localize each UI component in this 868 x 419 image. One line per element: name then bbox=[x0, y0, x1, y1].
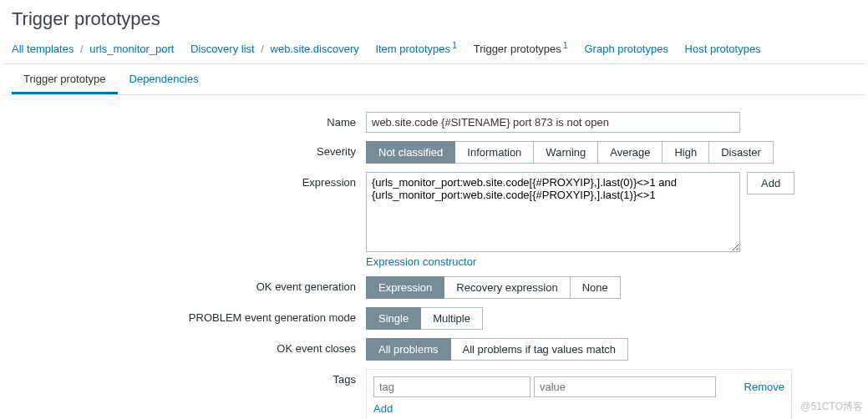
problem-mode-label: PROBLEM event generation mode bbox=[15, 307, 366, 324]
ok-event-gen-group: Expression Recovery expression None bbox=[366, 276, 621, 299]
tag-add-link[interactable]: Add bbox=[373, 402, 393, 415]
breadcrumb-discovery-list[interactable]: Discovery list bbox=[190, 43, 255, 55]
ok-event-closes-all[interactable]: All problems bbox=[366, 338, 451, 361]
breadcrumb-trigger-prototypes: Trigger prototypes bbox=[474, 43, 561, 55]
expression-textarea[interactable] bbox=[366, 172, 740, 252]
trigger-proto-count: 1 bbox=[563, 40, 568, 50]
tags-label: Tags bbox=[15, 369, 366, 386]
tag-row: Remove bbox=[373, 376, 784, 397]
problem-mode-single[interactable]: Single bbox=[366, 307, 421, 330]
problem-mode-multiple[interactable]: Multiple bbox=[421, 307, 483, 330]
page-title: Trigger prototypes bbox=[0, 0, 868, 37]
expression-add-button[interactable]: Add bbox=[747, 172, 794, 194]
ok-event-closes-tag[interactable]: All problems if tag values match bbox=[451, 338, 629, 361]
breadcrumb-template[interactable]: urls_monitor_port bbox=[89, 43, 174, 55]
severity-high[interactable]: High bbox=[662, 141, 709, 164]
breadcrumb: All templates / urls_monitor_port Discov… bbox=[0, 37, 868, 63]
ok-event-closes-group: All problems All problems if tag values … bbox=[366, 338, 628, 361]
severity-warning[interactable]: Warning bbox=[534, 141, 598, 164]
breadcrumb-sep: / bbox=[257, 43, 267, 55]
expression-label: Expression bbox=[15, 172, 366, 189]
breadcrumb-host-prototypes[interactable]: Host prototypes bbox=[685, 43, 761, 55]
tag-remove-link[interactable]: Remove bbox=[744, 381, 784, 393]
ok-event-gen-expression[interactable]: Expression bbox=[366, 276, 444, 299]
tabs: Trigger prototype Dependencies bbox=[3, 64, 865, 95]
severity-not-classified[interactable]: Not classified bbox=[366, 141, 455, 164]
breadcrumb-graph-prototypes[interactable]: Graph prototypes bbox=[585, 43, 668, 55]
name-label: Name bbox=[15, 112, 366, 129]
severity-group: Not classified Information Warning Avera… bbox=[366, 141, 774, 164]
name-input[interactable] bbox=[366, 112, 740, 133]
problem-mode-group: Single Multiple bbox=[366, 307, 483, 330]
breadcrumb-discovery-rule[interactable]: web.site.discovery bbox=[271, 43, 359, 55]
severity-average[interactable]: Average bbox=[598, 141, 662, 164]
severity-disaster[interactable]: Disaster bbox=[709, 141, 774, 164]
tab-trigger-prototype[interactable]: Trigger prototype bbox=[12, 64, 118, 94]
tag-name-input[interactable] bbox=[373, 376, 530, 397]
ok-event-gen-label: OK event generation bbox=[15, 276, 366, 293]
breadcrumb-item-prototypes[interactable]: Item prototypes bbox=[375, 43, 450, 55]
tag-value-input[interactable] bbox=[534, 376, 716, 397]
breadcrumb-sep: / bbox=[77, 43, 87, 55]
ok-event-gen-none[interactable]: None bbox=[571, 276, 621, 299]
ok-event-gen-recovery[interactable]: Recovery expression bbox=[444, 276, 570, 299]
severity-information[interactable]: Information bbox=[455, 141, 534, 164]
tags-box: Remove Add bbox=[366, 369, 792, 419]
ok-event-closes-label: OK event closes bbox=[15, 338, 366, 355]
item-proto-count: 1 bbox=[452, 40, 457, 50]
breadcrumb-all-templates[interactable]: All templates bbox=[12, 43, 74, 55]
expression-constructor-link[interactable]: Expression constructor bbox=[366, 255, 740, 268]
tab-dependencies[interactable]: Dependencies bbox=[118, 64, 211, 94]
severity-label: Severity bbox=[15, 141, 366, 158]
